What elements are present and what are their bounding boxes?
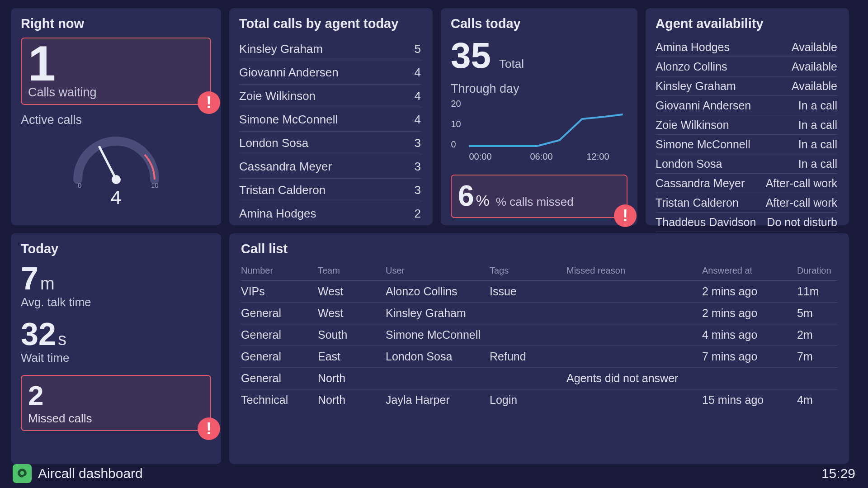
availability-row: Zoie WilkinsonIn a call [656,115,837,135]
availability-row: Cassandra MeyerAfter-call work [656,174,837,193]
wait-time-unit: s [58,330,66,349]
cell-user: Simone McConnell [386,328,490,341]
cell-user: Kinsley Graham [386,307,490,320]
agent-count: 2 [415,207,421,221]
agent-count: 3 [415,136,421,150]
agent-calls-row: London Sosa3 [239,132,421,155]
missed-calls-value: 2 [28,379,204,412]
cell-answered-at: 7 mins ago [702,350,797,363]
cell-number: Technical [241,393,318,407]
avg-talk-time-value: 7 [21,261,38,296]
cell-missed-reason: Agents did not answer [566,372,702,385]
agent-calls-row: Simone McConnell4 [239,108,421,132]
cell-number: General [241,328,318,341]
cell-duration: 5m [797,307,847,320]
call-list-row: GeneralEastLondon SosaRefund7 mins ago7m [241,346,837,368]
agent-name: Tristan Calderon [656,196,766,209]
cell-duration: 2m [797,328,847,341]
agent-status: In a call [798,99,837,112]
agent-calls-row: Tristan Calderon3 [239,179,421,202]
agent-name: Thaddeus Davidson [656,216,767,229]
cell-team: South [318,328,386,341]
alert-icon: ! [198,417,220,440]
avg-talk-time-label: Avg. talk time [21,295,211,309]
call-list-panel: Call list Number Team User Tags Missed r… [229,233,849,464]
svg-text:06:00: 06:00 [530,152,553,161]
missed-calls-alert: 2 Missed calls ! [21,375,211,431]
gauge-max: 10 [151,181,159,189]
active-calls-label: Active calls [21,113,211,127]
agent-name: Zoie Wilkinson [656,118,798,132]
alert-icon: ! [198,91,220,114]
footer-time: 15:29 [821,466,855,481]
agent-status: In a call [798,157,837,171]
agent-name: Simone McConnell [239,113,338,127]
call-list-row: GeneralNorthAgents did not answer [241,368,837,389]
agent-name: Kinsley Graham [239,42,323,56]
col-user: User [386,265,490,276]
agent-calls-row: Kinsley Graham5 [239,38,421,61]
calls-waiting-alert: 1 Calls waiting ! [21,38,211,105]
agent-calls-row: Giovanni Andersen4 [239,61,421,85]
agent-calls-title: Total calls by agent today [239,16,421,31]
agent-name: Kinsley Graham [656,80,792,93]
agent-status: After-call work [766,196,837,209]
missed-pct-value: 6 [458,179,474,213]
availability-panel: Agent availability Amina HodgesAvailable… [646,8,849,225]
cell-team: North [318,372,386,385]
today-panel: Today 7m Avg. talk time 32s Wait time 2 … [11,233,221,464]
cell-answered-at: 2 mins ago [702,285,797,298]
agent-name: Amina Hodges [239,207,316,221]
active-calls-gauge: 0 10 4 [21,130,211,208]
agent-status: Available [792,41,837,54]
availability-title: Agent availability [656,16,837,31]
cell-user: Jayla Harper [386,393,490,407]
call-list-row: TechnicalNorthJayla HarperLogin15 mins a… [241,389,837,411]
svg-point-1 [112,175,121,184]
availability-row: London SosaIn a call [656,154,837,174]
agent-name: Tristan Calderon [239,183,326,197]
availability-row: Simone McConnellIn a call [656,135,837,154]
agent-name: Alonzo Collins [656,60,792,73]
through-day-chart: 20 10 0 00:00 06:00 12:00 [451,99,627,166]
agent-count: 4 [415,113,421,127]
aircall-logo-icon [13,464,32,483]
calls-today-total-label: Total [499,57,524,71]
agent-status: Available [792,80,837,93]
through-day-label: Through day [451,82,627,96]
agent-name: Cassandra Meyer [656,177,766,190]
missed-pct-label: % calls missed [496,195,574,209]
svg-text:00:00: 00:00 [469,152,492,161]
avg-talk-time-unit: m [40,274,55,293]
agent-status: In a call [798,138,837,151]
cell-user: London Sosa [386,350,490,363]
call-list-title: Call list [241,242,837,256]
availability-row: Alonzo CollinsAvailable [656,57,837,76]
cell-answered-at: 2 mins ago [702,307,797,320]
agent-count: 4 [415,66,421,80]
cell-duration: 4m [797,393,847,407]
cell-team: West [318,307,386,320]
svg-text:20: 20 [451,99,461,109]
calls-today-panel: Calls today 35 Total Through day 20 10 0… [441,8,637,225]
col-missed-reason: Missed reason [566,265,702,276]
wait-time-label: Wait time [21,351,211,365]
calls-today-title: Calls today [451,16,627,31]
agent-count: 4 [415,89,421,103]
call-list-row: VIPsWestAlonzo CollinsIssue2 mins ago11m [241,281,837,303]
agent-count: 3 [415,183,421,197]
footer-title: Aircall dashboard [38,466,143,481]
cell-answered-at: 15 mins ago [702,393,797,407]
svg-line-0 [99,147,116,180]
agent-name: Simone McConnell [656,138,798,151]
agent-status: In a call [798,118,837,132]
agent-name: Zoie Wilkinson [239,89,316,103]
cell-user: Alonzo Collins [386,285,490,298]
wait-time-value: 32 [21,317,56,352]
agent-count: 3 [415,160,421,174]
cell-number: General [241,350,318,363]
cell-team: East [318,350,386,363]
agent-status: Available [792,60,837,73]
svg-text:10: 10 [451,119,461,129]
availability-row: Giovanni AndersenIn a call [656,96,837,115]
